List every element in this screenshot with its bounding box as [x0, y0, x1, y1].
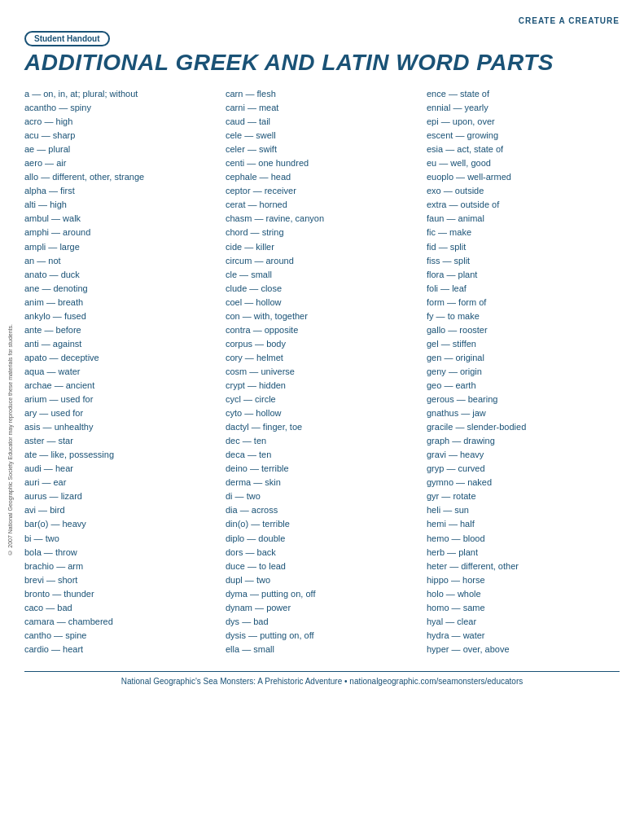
list-item: gymno — naked [427, 476, 620, 489]
list-item: alti — high [24, 198, 217, 212]
page: CREATE A CREATURE Student Handout ADDITI… [0, 0, 644, 718]
top-right-label: CREATE A CREATURE [24, 16, 620, 25]
list-item: holo — whole [427, 587, 620, 601]
list-item: acro — high [24, 115, 217, 129]
list-item: hyal — clear [427, 615, 620, 629]
list-item: apato — deceptive [24, 351, 217, 365]
list-item: dactyl — finger, toe [226, 420, 418, 434]
list-item: flora — plant [427, 268, 620, 282]
list-item: hippo — horse [427, 573, 620, 587]
list-item: an — not [24, 254, 217, 268]
list-item: dys — bad [226, 615, 418, 629]
list-item: brevi — short [24, 573, 217, 587]
list-item: fy — to make [427, 309, 620, 323]
list-item: hemi — half [427, 517, 620, 531]
list-item: ence — state of [427, 87, 620, 101]
list-item: escent — growing [427, 129, 620, 143]
list-item: circum — around [226, 254, 418, 268]
list-item: epi — upon, over [427, 115, 620, 129]
list-item: di — two [226, 489, 418, 503]
list-item: aero — air [24, 156, 217, 170]
list-item: homo — same [427, 601, 620, 615]
list-item: euoplo — well-armed [427, 170, 620, 184]
list-item: duce — to lead [226, 560, 418, 573]
list-item: foli — leaf [427, 282, 620, 296]
list-item: cantho — spine [24, 629, 217, 643]
list-item: aster — star [24, 434, 217, 448]
list-item: geny — origin [427, 365, 620, 379]
list-item: exo — outside [427, 184, 620, 198]
list-item: cle — small [226, 268, 418, 282]
list-item: auri — ear [24, 476, 217, 489]
list-item: amphi — around [24, 226, 217, 239]
list-item: herb — plant [427, 546, 620, 560]
list-item: anato — duck [24, 268, 217, 282]
list-item: ella — small [226, 643, 418, 656]
list-item: ambul — walk [24, 212, 217, 226]
list-item: ennial — yearly [427, 101, 620, 115]
list-item: cyto — hollow [226, 406, 418, 420]
list-item: dors — back [226, 546, 418, 560]
list-item: cory — helmet [226, 351, 418, 365]
list-item: acu — sharp [24, 129, 217, 143]
list-item: clude — close [226, 282, 418, 296]
list-item: asis — unhealthy [24, 420, 217, 434]
footer-text: National Geographic's Sea Monsters: A Pr… [24, 671, 620, 686]
list-item: aqua — water [24, 365, 217, 379]
list-item: archae — ancient [24, 379, 217, 393]
list-item: camara — chambered [24, 615, 217, 629]
list-item: aurus — lizard [24, 489, 217, 503]
list-item: heli — sun [427, 503, 620, 517]
list-item: allo — different, other, strange [24, 170, 217, 184]
list-item: fiss — split [427, 254, 620, 268]
list-item: anim — breath [24, 296, 217, 309]
list-item: diplo — double [226, 532, 418, 546]
list-item: faun — animal [427, 212, 620, 226]
list-item: gerous — bearing [427, 393, 620, 406]
list-item: graph — drawing [427, 434, 620, 448]
list-item: caco — bad [24, 601, 217, 615]
list-item: dia — across [226, 503, 418, 517]
list-item: gallo — rooster [427, 323, 620, 337]
list-item: fid — split [427, 240, 620, 254]
list-item: dyma — putting on, off [226, 587, 418, 601]
list-item: ankylo — fused [24, 309, 217, 323]
list-item: ate — like, possessing [24, 448, 217, 462]
list-item: caud — tail [226, 115, 418, 129]
list-item: cerat — horned [226, 198, 418, 212]
list-item: crypt — hidden [226, 379, 418, 393]
list-item: carni — meat [226, 101, 418, 115]
list-item: ante — before [24, 323, 217, 337]
column-1: a — on, in, at; plural; withoutacantho —… [24, 87, 226, 656]
list-item: hydra — water [427, 629, 620, 643]
list-item: dysis — putting on, off [226, 629, 418, 643]
list-item: eu — well, good [427, 156, 620, 170]
page-title: ADDITIONAL GREEK AND LATIN WORD PARTS [24, 50, 620, 76]
list-item: derma — skin [226, 476, 418, 489]
list-item: audi — hear [24, 462, 217, 476]
list-item: contra — opposite [226, 323, 418, 337]
list-item: bi — two [24, 532, 217, 546]
list-item: avi — bird [24, 503, 217, 517]
list-item: gen — original [427, 351, 620, 365]
list-item: cephale — head [226, 170, 418, 184]
list-item: acantho — spiny [24, 101, 217, 115]
list-item: dupl — two [226, 573, 418, 587]
list-item: ary — used for [24, 406, 217, 420]
list-item: esia — act, state of [427, 143, 620, 156]
list-item: chord — string [226, 226, 418, 239]
list-item: chasm — ravine, canyon [226, 212, 418, 226]
list-item: din(o) — terrible [226, 517, 418, 531]
list-item: gracile — slender-bodied [427, 420, 620, 434]
list-item: deca — ten [226, 448, 418, 462]
list-item: ae — plural [24, 143, 217, 156]
badge-label: Student Handout [24, 31, 110, 46]
list-item: gyr — rotate [427, 489, 620, 503]
list-item: fic — make [427, 226, 620, 239]
column-3: ence — state ofennial — yearlyepi — upon… [427, 87, 620, 656]
list-item: alpha — first [24, 184, 217, 198]
list-item: ceptor — receiver [226, 184, 418, 198]
list-item: form — form of [427, 296, 620, 309]
list-item: dec — ten [226, 434, 418, 448]
list-item: heter — different, other [427, 560, 620, 573]
